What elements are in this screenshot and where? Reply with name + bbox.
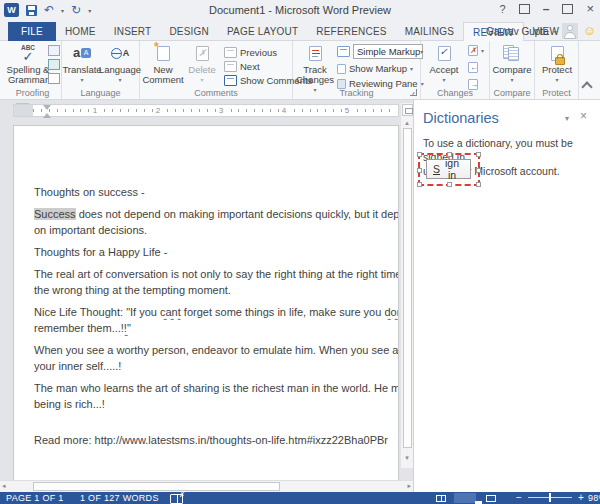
feedback-smiley-icon[interactable]: ☺ [583,23,596,39]
indent-markers[interactable] [42,105,51,118]
previous-change-button[interactable]: ← [468,62,478,73]
save-icon[interactable] [26,5,37,16]
word-count-icon[interactable] [48,73,60,84]
pane-options-caret-icon[interactable]: ▾ [565,114,569,123]
thesaurus-icon[interactable] [48,59,60,70]
text-run: being is rich...! [34,398,105,410]
redo-icon[interactable]: ↻ [71,3,81,17]
text-run: When you see a worthy person, endeavor t… [34,344,398,356]
account-name[interactable]: Gaurav Gupta [486,26,549,37]
compare-page-front [508,47,519,61]
show-markup-button[interactable]: Show Markup ▾ [337,63,413,74]
compare-label: Compare [492,65,531,75]
ruler-number: 1 [91,106,99,116]
horizontal-scrollbar[interactable]: ◂ ▸ [0,480,413,492]
undo-caret-icon[interactable]: ▾ [61,7,64,14]
text-run: Thoughts for a Happy Life - [34,246,167,258]
track-changes-label-2: Changes [296,75,334,85]
delete-caret-icon: ▾ [200,75,203,85]
accept-page: ✓ [438,46,451,61]
blue-mark [312,53,320,54]
scroll-down-icon[interactable]: ▾ [401,453,413,463]
vertical-scroll-thumb[interactable] [403,128,412,448]
document-line[interactable]: your inner self.....! [34,358,398,374]
status-bar: PAGE 1 OF 1 1 OF 127 WORDS ✗ − + 98% [0,492,600,504]
word-count[interactable]: 1 OF 127 WORDS [80,493,159,503]
protect-button[interactable]: Protect ▾ [537,43,577,85]
document-line[interactable]: Success does not depend on making import… [34,206,398,222]
ruler-toggle-button[interactable] [402,104,413,116]
document-line[interactable]: When you see a worthy person, endeavor t… [34,342,398,358]
read-mode-icon[interactable] [430,493,452,503]
new-comment-button[interactable]: * New Comment [142,43,184,85]
compare-button[interactable]: Compare ▾ [492,43,532,85]
group-protect: Protect ▾ Protect [535,41,579,99]
previous-comment-button[interactable]: Previous [224,47,277,58]
collapse-ribbon-icon[interactable] [581,81,592,92]
zoom-out-icon[interactable]: − [516,492,522,503]
document-line[interactable]: remember them...!!" [34,320,398,336]
tab-home[interactable]: HOME [56,22,105,41]
zoom-slider-thumb[interactable] [549,493,551,502]
text-run: cant [160,306,181,318]
first-line-indent-icon[interactable] [43,105,51,110]
text-run: forget some things in life, make sure yo… [181,306,385,318]
fullscreen-icon[interactable] [519,4,530,14]
display-for-review-select[interactable]: Simple Markup ▾ [353,44,423,59]
zoom-slider[interactable] [528,497,572,498]
translate-icon-letter: a [73,48,80,58]
close-icon[interactable]: × [586,3,594,15]
print-layout-icon[interactable] [454,493,476,503]
document-line[interactable]: the wrong thing at the tempting moment. [34,282,398,298]
tab-references[interactable]: REFERENCES [307,22,395,41]
document-line[interactable]: being is rich...! [34,396,398,412]
translate-button[interactable]: a A Translate ▾ [64,43,100,85]
document-area: Thoughts on success -Success does not de… [0,118,413,480]
document-line[interactable]: Thoughts on success - [34,184,398,200]
word-app-icon[interactable]: W [4,3,19,17]
avatar[interactable] [562,23,578,39]
annotation-handle [417,168,422,173]
next-label: Next [240,61,260,72]
vertical-scrollbar[interactable]: ▴ ▾ [400,103,413,468]
zoom-in-icon[interactable]: + [578,492,584,503]
scroll-right-icon[interactable]: ▸ [407,482,411,490]
scroll-up-icon[interactable]: ▴ [401,118,413,128]
undo-icon[interactable]: ↶ [44,3,54,17]
spelling-grammar-button[interactable]: ABC ✓ Spelling & Grammar [5,43,51,85]
document-line[interactable]: The real art of conversation is not only… [34,266,398,282]
annotation-handle [417,182,422,187]
document-line[interactable]: Read more: http://www.latestsms.in/thoug… [34,432,398,448]
tab-page-layout[interactable]: PAGE LAYOUT [218,22,307,41]
customize-qat-icon[interactable]: ▾ [88,7,91,14]
reject-button[interactable]: ✗ ▾ [468,45,484,56]
document-line[interactable]: Nice Life Thought: "If you cant forget s… [34,304,398,320]
zoom-level[interactable]: 98% [588,493,600,503]
accept-button[interactable]: ✓ Accept ▾ [424,43,464,85]
language-label: Language [99,65,141,75]
define-icon[interactable] [48,45,60,56]
restore-icon[interactable] [562,4,573,14]
web-layout-icon[interactable] [480,493,502,503]
proofing-status-icon[interactable]: ✗ [170,494,183,504]
document-page[interactable]: Thoughts on success -Success does not de… [13,125,399,480]
tab-insert[interactable]: INSERT [105,22,161,41]
page-count[interactable]: PAGE 1 OF 1 [6,493,64,503]
scroll-left-icon[interactable]: ◂ [2,482,6,490]
show-markup-label: Show Markup [349,63,407,74]
minimize-icon[interactable]: – [543,5,550,13]
document-line[interactable]: Thoughts for a Happy Life - [34,244,398,260]
horizontal-scroll-thumb[interactable] [33,482,280,491]
document-line[interactable]: The man who learns the art of sharing is… [34,380,398,396]
document-line[interactable]: on important decisions. [34,222,398,238]
tab-file[interactable]: FILE [8,22,56,41]
help-icon[interactable]: ? [500,3,506,15]
tab-mailings[interactable]: MAILINGS [396,22,463,41]
next-comment-button[interactable]: Next [224,61,260,72]
account-caret-icon[interactable]: ▾ [554,28,557,35]
language-button[interactable]: A Language ▾ [102,43,138,85]
tab-design[interactable]: DESIGN [160,22,218,41]
pane-close-icon[interactable]: × [580,109,587,123]
delete-comment-button[interactable]: ✗ Delete ▾ [186,43,218,85]
text-run: Nice Life Thought: "If you [34,306,160,318]
